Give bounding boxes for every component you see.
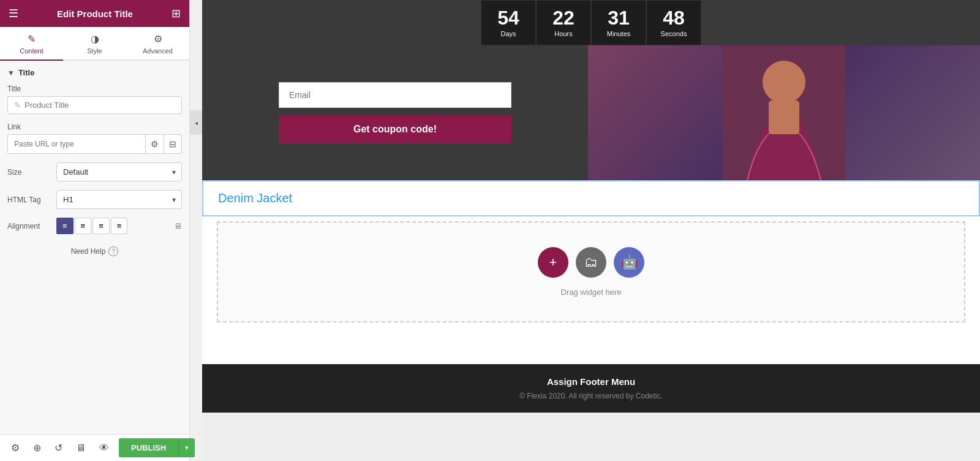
countdown-minutes: 31 Minutes [591, 0, 646, 45]
layers-icon[interactable]: ⊕ [29, 438, 45, 457]
advanced-tab-icon: ⚙ [154, 33, 162, 45]
size-select[interactable]: Default Small Medium Large [56, 162, 182, 181]
woman-image-area [588, 45, 980, 180]
url-settings-button[interactable]: ⚙ [145, 135, 164, 153]
link-field-group: Link ⚙ ⊟ [7, 123, 182, 154]
need-help-row: Need Help ? [7, 246, 182, 256]
promo-section: 54 Days 22 Hours 31 Minutes 48 Seconds [202, 0, 980, 180]
grid-icon[interactable]: ⊞ [172, 7, 181, 20]
tab-style[interactable]: ◑ Style [63, 27, 126, 59]
title-field-label: Title [7, 85, 182, 93]
html-tag-field-group: HTML Tag H1 H2 H3 H4 H5 H6 p div [7, 190, 182, 209]
title-input[interactable] [24, 101, 175, 110]
split-promo-area: Get coupon code! [202, 45, 980, 180]
advanced-tab-label: Advanced [143, 47, 173, 55]
align-right-button[interactable]: ≡ [92, 218, 110, 234]
content-white-area: Denim Jacket + 🗂 🤖 Drag widget here [202, 180, 980, 364]
product-title-section[interactable]: Denim Jacket [202, 180, 980, 216]
email-input[interactable] [279, 82, 511, 108]
responsive-icon[interactable]: 🖥 [72, 439, 89, 457]
tab-content[interactable]: ✎ Content [0, 27, 63, 61]
countdown-hours-number: 22 [549, 8, 578, 28]
countdown-minutes-number: 31 [604, 8, 633, 28]
coupon-button[interactable]: Get coupon code! [279, 115, 511, 143]
left-panel: ☰ Edit Product Title ⊞ ✎ Content ◑ Style… [0, 0, 190, 461]
drag-widget-label: Drag widget here [561, 288, 622, 297]
countdown-row: 54 Days 22 Hours 31 Minutes 48 Seconds [469, 0, 714, 45]
svg-rect-2 [769, 101, 799, 134]
alignment-field-group: Alignment ≡ ≡ ≡ ≡ 🖥 [7, 218, 182, 234]
content-tab-icon: ✎ [28, 33, 36, 45]
alignment-buttons: ≡ ≡ ≡ ≡ [56, 218, 165, 234]
size-select-wrapper: Default Small Medium Large [56, 162, 182, 181]
email-form-area: Get coupon code! [202, 45, 588, 180]
style-tab-icon: ◑ [91, 33, 99, 45]
add-widget-button[interactable]: + [538, 247, 568, 278]
title-input-wrapper: ✎ [7, 96, 182, 114]
panel-collapse-button[interactable]: ◂ [190, 110, 202, 135]
main-content: 54 Days 22 Hours 31 Minutes 48 Seconds [202, 0, 980, 461]
folder-widget-button[interactable]: 🗂 [576, 247, 606, 278]
size-field-label: Size [7, 168, 50, 177]
publish-button-group: PUBLISH ▾ [119, 438, 195, 457]
align-justify-button[interactable]: ≡ [111, 218, 128, 234]
countdown-seconds: 48 Seconds [646, 0, 701, 45]
page-footer: Assign Footer Menu © Flexia 2020. All ri… [202, 364, 980, 413]
panel-body: ▼ Title Title ✎ Link ⚙ ⊟ [0, 61, 189, 434]
alignment-field-label: Alignment [7, 222, 50, 230]
countdown-days-label: Days [494, 30, 523, 37]
url-input[interactable] [8, 135, 145, 153]
bottom-bar: ⚙ ⊕ ↺ 🖥 👁 PUBLISH ▾ [0, 434, 189, 461]
url-clear-button[interactable]: ⊟ [164, 135, 181, 153]
countdown-hours: 22 Hours [536, 0, 591, 45]
title-field-group: Title ✎ [7, 85, 182, 114]
need-help-text: Need Help [71, 247, 106, 256]
bot-widget-button[interactable]: 🤖 [614, 247, 644, 278]
drag-widget-icons: + 🗂 🤖 [538, 247, 644, 278]
countdown-minutes-label: Minutes [604, 30, 633, 37]
style-tab-label: Style [87, 47, 102, 55]
publish-button[interactable]: PUBLISH [119, 438, 178, 457]
footer-menu-title: Assign Footer Menu [214, 376, 968, 387]
html-tag-select[interactable]: H1 H2 H3 H4 H5 H6 p div [56, 190, 182, 209]
link-field-label: Link [7, 123, 182, 131]
html-tag-field-label: HTML Tag [7, 196, 50, 204]
responsive-icon[interactable]: 🖥 [174, 221, 182, 230]
drag-widget-section: + 🗂 🤖 Drag widget here [217, 221, 965, 322]
panel-title: Edit Product Title [57, 9, 133, 19]
publish-dropdown-button[interactable]: ▾ [178, 438, 195, 457]
panel-tabs: ✎ Content ◑ Style ⚙ Advanced [0, 27, 189, 61]
pen-icon: ✎ [14, 101, 21, 110]
svg-point-1 [763, 61, 805, 104]
countdown-days: 54 Days [481, 0, 536, 45]
align-left-button[interactable]: ≡ [56, 218, 74, 234]
section-title-row: ▼ Title [7, 68, 182, 77]
section-title: Title [18, 68, 35, 77]
size-field-group: Size Default Small Medium Large [7, 162, 182, 181]
settings-icon[interactable]: ⚙ [7, 438, 23, 457]
countdown-seconds-number: 48 [659, 8, 688, 28]
html-tag-select-wrapper: H1 H2 H3 H4 H5 H6 p div [56, 190, 182, 209]
help-icon[interactable]: ? [108, 246, 118, 256]
woman-image-placeholder [588, 45, 980, 180]
content-tab-label: Content [20, 47, 43, 55]
eye-icon[interactable]: 👁 [96, 439, 113, 457]
history-icon[interactable]: ↺ [51, 438, 66, 457]
chevron-down-icon[interactable]: ▼ [7, 69, 15, 77]
panel-header: ☰ Edit Product Title ⊞ [0, 0, 189, 27]
countdown-hours-label: Hours [549, 30, 578, 37]
woman-svg [723, 45, 845, 180]
product-title-text: Denim Jacket [218, 191, 292, 205]
hamburger-icon[interactable]: ☰ [9, 7, 18, 20]
tab-advanced[interactable]: ⚙ Advanced [126, 27, 189, 59]
footer-copyright: © Flexia 2020. All right reserved by Cod… [214, 392, 968, 400]
countdown-days-number: 54 [494, 8, 523, 28]
countdown-seconds-label: Seconds [659, 30, 688, 37]
url-input-row: ⚙ ⊟ [7, 134, 182, 154]
canvas-area: 54 Days 22 Hours 31 Minutes 48 Seconds [202, 0, 980, 461]
align-center-button[interactable]: ≡ [75, 218, 92, 234]
